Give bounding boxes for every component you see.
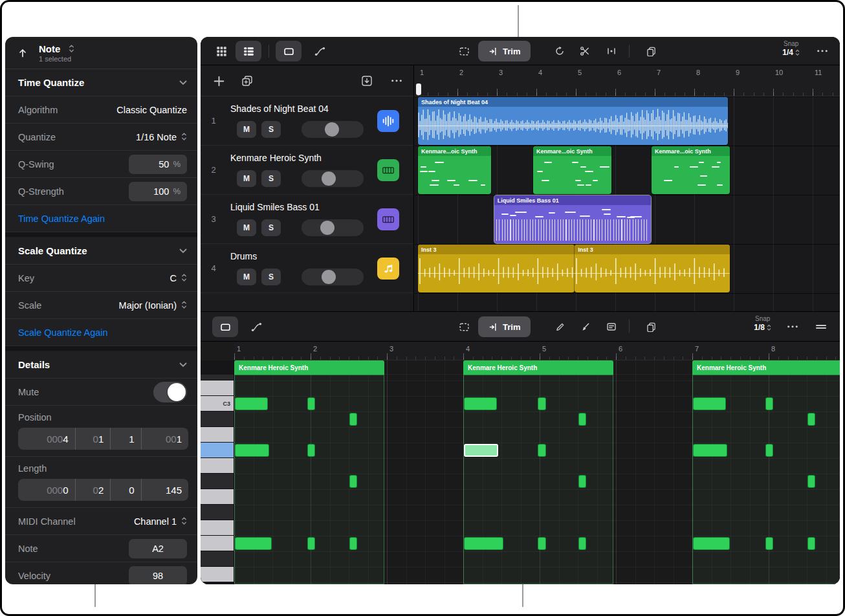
midi-note[interactable] — [307, 397, 315, 410]
midi-note[interactable] — [349, 413, 357, 426]
hide-tracks-button[interactable] — [358, 72, 376, 89]
piano-key[interactable] — [201, 375, 234, 380]
section-header-details[interactable]: Details — [5, 351, 197, 379]
volume-slider[interactable] — [302, 219, 364, 236]
piano-key[interactable] — [201, 458, 234, 474]
editor-more-options-button[interactable] — [782, 316, 804, 337]
solo-button[interactable]: S — [261, 170, 281, 187]
piano-key[interactable] — [201, 380, 234, 396]
marquee-select-button[interactable] — [451, 41, 477, 61]
scale-row[interactable]: Scale Major (Ionian) — [5, 292, 197, 319]
midi-note[interactable] — [807, 413, 815, 426]
editor-ruler[interactable]: 12345678 — [234, 342, 840, 360]
scale-stepper[interactable] — [181, 300, 187, 310]
split-button[interactable] — [572, 41, 598, 61]
playhead-handle[interactable] — [416, 83, 421, 95]
q-strength-field[interactable]: 100% — [129, 182, 187, 201]
midi-note[interactable] — [765, 397, 773, 410]
duplicate-track-button[interactable] — [238, 72, 256, 89]
track-icon[interactable] — [377, 159, 399, 181]
pencil-tool-button[interactable] — [547, 316, 573, 337]
q-swing-field[interactable]: 50% — [129, 155, 187, 174]
mute-button[interactable]: M — [237, 170, 256, 187]
editor-trim-button[interactable]: Trim — [478, 316, 531, 337]
quantize-row[interactable]: Quantize 1/16 Note — [5, 124, 197, 151]
add-track-button[interactable] — [210, 72, 228, 89]
piano-key[interactable] — [201, 505, 234, 520]
loop-button[interactable] — [547, 41, 573, 61]
editor-region-header[interactable]: Kenmare Heroic Synth — [463, 360, 613, 375]
position-segment-2[interactable]: 01 — [75, 428, 111, 450]
region-drums[interactable]: Inst 3 — [575, 245, 730, 292]
tracks-view-button[interactable] — [236, 41, 261, 61]
note-settings-button[interactable] — [598, 316, 624, 337]
inspector-back-button[interactable] — [14, 45, 31, 61]
piano-key[interactable]: C3 — [201, 396, 234, 412]
midi-note[interactable] — [807, 475, 815, 488]
position-segment-4[interactable]: 001 — [141, 428, 189, 450]
midi-note[interactable] — [235, 397, 268, 410]
piano-key[interactable] — [201, 412, 234, 427]
slider-knob[interactable] — [320, 221, 335, 235]
track-header-2[interactable]: 2Kenmare Heroic SynthMS — [201, 146, 413, 195]
midi-note[interactable] — [578, 475, 586, 488]
mute-button[interactable]: M — [237, 121, 256, 138]
volume-slider[interactable] — [302, 269, 364, 285]
midi-note[interactable] — [464, 537, 503, 550]
midi-note[interactable] — [538, 444, 545, 457]
volume-slider[interactable] — [302, 121, 364, 138]
midi-note[interactable] — [235, 537, 272, 550]
midi-note[interactable] — [349, 537, 357, 550]
velocity-field[interactable]: 98 — [129, 566, 187, 585]
section-header-time-quantize[interactable]: Time Quantize — [5, 69, 197, 96]
midi-channel-stepper[interactable] — [181, 516, 187, 526]
track-icon[interactable] — [377, 208, 399, 230]
track-icon[interactable] — [377, 110, 399, 132]
length-field[interactable]: 0000020145 — [18, 479, 188, 501]
editor-resize-handle[interactable] — [810, 316, 832, 337]
midi-channel-value[interactable]: Channel 1 — [134, 516, 177, 527]
midi-channel-row[interactable]: MIDI Channel Channel 1 — [5, 508, 197, 535]
more-options-button[interactable] — [811, 41, 833, 61]
inspector-title-stepper[interactable] — [69, 43, 74, 54]
midi-note[interactable] — [538, 537, 545, 550]
midi-note[interactable] — [578, 537, 586, 550]
midi-note[interactable] — [693, 537, 730, 550]
region-midi[interactable]: Kenmare...oic Synth — [533, 146, 611, 194]
midi-note[interactable] — [578, 413, 586, 426]
piano-key[interactable] — [201, 551, 234, 567]
paste-clipboard-button[interactable] — [638, 41, 664, 61]
length-segment-1[interactable]: 0000 — [18, 479, 75, 501]
midi-note[interactable] — [693, 444, 727, 457]
pointer-tool-button[interactable] — [276, 41, 302, 61]
mute-button[interactable]: M — [237, 269, 256, 285]
piano-key[interactable] — [201, 489, 234, 505]
piano-key[interactable] — [201, 520, 234, 536]
key-row[interactable]: Key C — [5, 265, 197, 292]
position-segment-3[interactable]: 1 — [110, 428, 140, 450]
midi-note[interactable] — [307, 537, 315, 550]
solo-button[interactable]: S — [261, 219, 281, 236]
editor-note-grid[interactable]: Kenmare Heroic SynthKenmare Heroic Synth… — [234, 360, 840, 584]
editor-paste-clipboard-button[interactable] — [638, 316, 664, 337]
piano-key-selected[interactable] — [201, 443, 234, 458]
editor-snap-control[interactable]: Snap 1/8 — [754, 315, 771, 332]
midi-note[interactable] — [765, 537, 773, 550]
position-field[interactable]: 0004011001 — [18, 428, 188, 450]
slider-knob[interactable] — [322, 171, 336, 186]
track-header-1[interactable]: 1Shades of Night Beat 04MS — [201, 96, 413, 146]
midi-note[interactable] — [235, 444, 269, 457]
region-audio[interactable]: Shades of Night Beat 04 — [418, 97, 728, 145]
position-segment-1[interactable]: 0004 — [18, 428, 75, 450]
editor-pointer-tool-button[interactable] — [212, 316, 238, 337]
quantize-stepper[interactable] — [181, 131, 187, 142]
slider-knob[interactable] — [325, 122, 339, 137]
midi-note[interactable] — [307, 444, 315, 457]
editor-region-header[interactable]: Kenmare Heroic Synth — [692, 360, 840, 375]
track-header-3[interactable]: 3Liquid Smiles Bass 01MS — [201, 195, 413, 244]
scale-value[interactable]: Major (Ionian) — [119, 300, 177, 311]
quantize-value[interactable]: 1/16 Note — [136, 132, 177, 142]
region-midi[interactable]: Kenmare...oic Synth — [418, 146, 491, 194]
solo-button[interactable]: S — [261, 121, 281, 138]
tracks-grid[interactable]: Shades of Night Beat 04Kenmare...oic Syn… — [415, 96, 840, 311]
